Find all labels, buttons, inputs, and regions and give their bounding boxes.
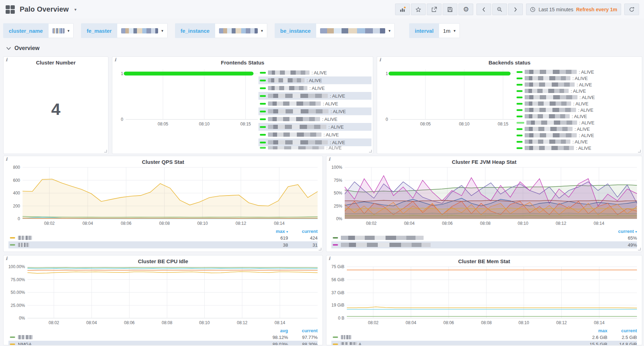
resize-handle[interactable] [369, 150, 372, 153]
time-forward-button[interactable] [508, 4, 523, 15]
info-icon[interactable]: i [379, 57, 381, 62]
redacted-host [268, 117, 320, 121]
panel-title[interactable]: Cluster BE Mem Stat [326, 255, 642, 265]
variable-value-dropdown[interactable]: ▾ [316, 23, 395, 38]
legend-sort-current[interactable]: current [288, 229, 318, 234]
cpu-idle-chart[interactable]: 100.00%75.00%50.00%25.00%0%08:0208:0408:… [6, 265, 320, 326]
panel-title[interactable]: Cluster FE JVM Heap Stat [326, 156, 642, 165]
status-legend-row[interactable]: : ALIVE [515, 145, 640, 151]
time-back-button[interactable] [476, 4, 491, 15]
status-legend-row[interactable]: : ALIVE [515, 138, 640, 145]
status-legend-row[interactable]: : ALIVE [515, 69, 640, 75]
mem-stat-chart[interactable]: 75 GiB56 GiB37 GiB19 GiB0 B08:0208:0408:… [329, 265, 640, 326]
status-legend-row[interactable]: : ALIVE [515, 75, 640, 81]
legend-row[interactable]: 49% [331, 241, 637, 248]
status-legend-row[interactable]: : ALIVE [515, 126, 640, 132]
refresh-button[interactable] [624, 4, 639, 15]
legend-row[interactable]: 3831 [8, 241, 318, 248]
resize-handle[interactable] [638, 248, 641, 251]
status-legend-row[interactable]: : ALIVE [258, 92, 371, 100]
settings-button[interactable]: ⚙ [458, 4, 473, 15]
status-legend-row[interactable]: : ALIVE [258, 115, 371, 123]
legend-row[interactable]: 65% [331, 234, 637, 241]
info-icon[interactable]: i [114, 57, 116, 62]
legend-row[interactable]: 2.6 GiB2.5 GiB [331, 334, 637, 341]
chevron-down-icon: ▾ [261, 29, 263, 33]
variable-value-dropdown[interactable]: ▾ [49, 23, 74, 38]
add-panel-button[interactable] [395, 4, 410, 15]
status-legend-row[interactable]: : ALIVE [258, 100, 371, 107]
status-legend-row[interactable]: : ALIVE [515, 100, 640, 107]
frontends-status-chart[interactable]: 1008:0508:1008:15 [117, 66, 261, 127]
panel-title[interactable]: Backends status [377, 57, 642, 66]
panel-title[interactable]: Frontends Status [112, 57, 373, 66]
resize-handle[interactable] [638, 150, 641, 153]
legend-sort-current[interactable]: current [607, 328, 637, 333]
variable-label: cluster_name [3, 23, 49, 38]
svg-text:08:04: 08:04 [404, 221, 414, 226]
zoom-out-button[interactable] [492, 4, 507, 15]
redacted-series-name [18, 335, 33, 339]
status-text: : ALIVE [323, 101, 338, 106]
legend-current-value: 424 [288, 235, 318, 241]
panel-title[interactable]: Cluster Number [4, 57, 108, 66]
status-legend-row[interactable]: : ALIVE [515, 119, 640, 126]
info-icon[interactable]: i [6, 256, 7, 261]
status-text: : ALIVE [307, 78, 322, 83]
resize-handle[interactable] [319, 248, 321, 251]
resize-handle[interactable] [104, 150, 107, 153]
star-button[interactable] [411, 4, 426, 15]
status-legend-row-clipped[interactable]: : ALIVE [258, 146, 371, 149]
status-legend-row[interactable]: : ALIVE [258, 84, 371, 92]
status-legend-row[interactable]: : ALIVE [258, 131, 371, 138]
redacted-host [525, 108, 576, 112]
row-toggle-overview[interactable]: Overview [0, 41, 77, 54]
save-button[interactable] [443, 4, 457, 15]
legend-sort-current[interactable]: current ▾ [607, 229, 637, 234]
legend-row[interactable]: A 15.5 GiB14.8 GiB [331, 341, 637, 345]
legend-row[interactable]: 619424 [8, 234, 318, 241]
time-range-picker[interactable]: Last 15 minutes Refresh every 1m [526, 4, 621, 15]
qps-chart[interactable]: 800600400200008:0208:0408:0608:0808:1008… [6, 165, 320, 227]
series-marker [517, 141, 523, 143]
status-legend-row[interactable]: : ALIVE [515, 107, 640, 113]
info-icon[interactable]: i [6, 156, 7, 162]
redacted-host [525, 95, 577, 99]
panel-title[interactable]: Cluster QPS Stat [4, 156, 323, 165]
variable-value-dropdown[interactable]: ▾ [215, 23, 267, 38]
series-marker [517, 135, 523, 136]
status-legend-row[interactable]: : ALIVE [258, 138, 371, 146]
status-legend-row[interactable]: : ALIVE [258, 76, 371, 84]
legend-sort-max[interactable]: max [578, 328, 607, 333]
share-button[interactable] [427, 4, 442, 15]
redacted-host [268, 86, 307, 90]
dashboard-title-dropdown[interactable]: Palo Overview ▾ [6, 5, 76, 14]
status-text: : ALIVE [579, 69, 594, 75]
grafana-dashboards-icon[interactable] [6, 5, 15, 14]
legend-sort-avg[interactable]: avg [258, 328, 288, 333]
redacted-host [268, 140, 328, 144]
status-legend-row[interactable]: : ALIVE [515, 81, 640, 88]
status-legend-row[interactable]: : ALIVE [515, 113, 640, 119]
info-icon[interactable]: i [329, 156, 330, 162]
status-legend-row[interactable]: : ALIVE [258, 69, 371, 76]
svg-text:0: 0 [18, 216, 20, 221]
legend-row[interactable]: NMGA 89.03%88.30% [8, 341, 318, 345]
status-legend-row[interactable]: : ALIVE [515, 88, 640, 94]
legend-sort-max[interactable]: max ▾ [258, 229, 288, 234]
status-legend-row[interactable]: : ALIVE [515, 132, 640, 138]
status-legend-row[interactable]: : ALIVE [258, 107, 371, 115]
backends-status-chart[interactable]: 1008:0508:1008:15 [381, 66, 517, 127]
info-icon[interactable]: i [6, 57, 7, 62]
svg-text:08:08: 08:08 [481, 320, 492, 325]
jvm-heap-chart[interactable]: 100%75%50%25%0%08:0208:0408:0608:0808:10… [329, 165, 640, 227]
mem-legend: max current 2.6 GiB2.5 GiB A 15.5 GiB14.… [331, 327, 637, 345]
info-icon[interactable]: i [329, 256, 330, 261]
panel-title[interactable]: Cluster BE CPU Idle [4, 255, 323, 265]
legend-sort-current[interactable]: current [288, 328, 318, 333]
status-legend-row[interactable]: : ALIVE [258, 123, 371, 131]
status-legend-row[interactable]: : ALIVE [515, 94, 640, 100]
variable-value-dropdown[interactable]: 1m▾ [439, 23, 459, 38]
variable-value-dropdown[interactable]: ▾ [117, 23, 168, 38]
legend-row[interactable]: 98.12%97.77% [8, 334, 318, 341]
